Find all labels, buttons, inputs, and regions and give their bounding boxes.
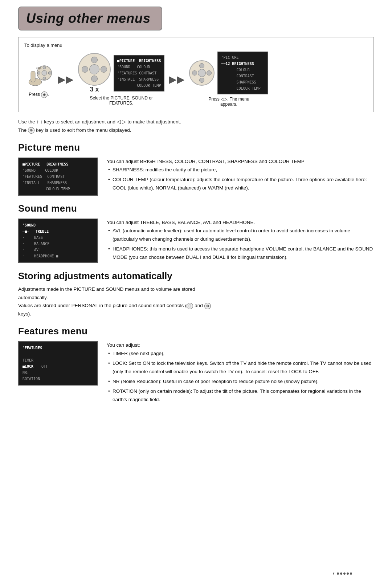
btn-down [91,76,98,82]
storing-line1: Adjustments made in the PICTURE and SOUN… [18,285,221,302]
display-menu-box: To display a menu PR [18,37,374,112]
sound-bullet-2: HEADPHONES: this menu is used to access … [107,245,374,262]
storing-section: Storing adjustments automatically Adjust… [18,270,374,319]
remote-circle-step3 [189,60,215,86]
features-menu-bullets: TIMER (see next page), LOCK: Set to ON t… [107,350,374,404]
svg-point-6 [37,72,40,74]
arrow-2: ▶▶ [169,73,185,85]
step-2: 3 x ■PICTURE BRIGHTNESS 'SOUND COLOUR 'F… [78,53,164,106]
sound-menu-section: 'SOUND —■—TREBLE ·BASS ·BALANCE ·AVL ·HE… [18,219,374,263]
btn-down-3 [199,78,204,83]
storing-title: Storing adjustments automatically [18,270,374,282]
sound-menu-screen: 'SOUND —■—TREBLE ·BASS ·BALANCE ·AVL ·HE… [18,219,98,263]
dot-4 [347,572,349,575]
picture-menu-intro: You can adjust BRIGHTNESS, COLOUR, CONTR… [107,158,374,166]
dot-2 [340,572,342,575]
step1-caption: Press ⊕. [29,91,49,98]
press-button-symbol: ⊕ [41,91,48,98]
sound-menu-screen-col: 'SOUND —■—TREBLE ·BASS ·BALANCE ·AVL ·HE… [18,219,98,263]
features-menu-desc: You can adjust: TIMER (see next page), L… [107,341,374,404]
exit-key-symbol: ⊕ [28,127,34,134]
page-dots [337,572,352,575]
sound-menu-title: Sound menu [18,203,374,214]
picture-menu-section: ■PICTUREBRIGHTNESS 'SOUNDCOLOUR 'FEATURE… [18,158,374,196]
features-menu-screen: 'FEATURES TIMER ■LOCKOFF NR: ROTATION [18,341,98,386]
btn-left [82,66,88,73]
svg-point-7 [48,72,51,74]
btn-right [101,66,107,73]
smart-ctrl-1: ⊡ [187,303,193,309]
sound-bullet-1: AVL (automatic volume leveller): used fo… [107,227,374,244]
features-bullet-3: NR (Noise Reduction): Useful in case of … [107,378,374,386]
arrow-1: ▶▶ [58,73,74,85]
features-menu-title: Features menu [18,326,374,337]
sound-menu-bullets: AVL (automatic volume leveller): used fo… [107,227,374,262]
page-number-area: 7 [332,571,352,576]
btn-center-3 [198,69,206,77]
svg-rect-1 [31,71,35,82]
picture-menu-screen: ■PICTUREBRIGHTNESS 'SOUNDCOLOUR 'FEATURE… [18,158,98,196]
features-menu-desc-col: You can adjust: TIMER (see next page), L… [107,341,374,405]
sound-menu-desc: You can adjust TREBLE, BASS, BALANCE, AV… [107,219,374,262]
title-banner: Using other menus [18,7,162,30]
smart-ctrl-2: ⊕ [204,303,211,309]
btn-right-3 [207,70,212,76]
btn-left-3 [192,70,197,76]
features-menu-intro: You can adjust: [107,341,374,350]
remote-circle-step2 [78,53,111,86]
btn-center [89,64,99,74]
menu-screen-step2: ■PICTURE BRIGHTNESS 'SOUND COLOUR 'FEATU… [114,55,164,91]
hand-remote-icon: PRES [24,60,53,89]
three-x-label: 3 x [90,86,99,93]
instruction-text: Use the ↑ ↓ keys to select an adjustment… [18,118,374,135]
picture-menu-desc: You can adjust BRIGHTNESS, COLOUR, CONTR… [107,158,374,192]
picture-menu-title: Picture menu [18,142,374,153]
svg-point-4 [43,66,46,69]
page-title: Using other menus [26,11,151,26]
menu-steps: PRES Press ⊕. ▶▶ [24,52,368,107]
step3-caption: Press ◁▷. The menu appears. [200,97,258,107]
storing-text: Adjustments made in the PICTURE and SOUN… [18,285,221,319]
dot-5 [350,572,352,575]
features-menu-section: 'FEATURES TIMER ■LOCKOFF NR: ROTATION Yo… [18,341,374,405]
features-bullet-1: TIMER (see next page), [107,350,374,358]
instruction-line1: Use the ↑ ↓ keys to select an adjustment… [18,118,374,126]
sound-menu-desc-col: You can adjust TREBLE, BASS, BALANCE, AV… [107,219,374,263]
picture-menu-desc-col: You can adjust BRIGHTNESS, COLOUR, CONTR… [107,158,374,194]
instruction-line2: The ⊕ key is used to exit from the menu … [18,126,374,135]
picture-bullet-1: SHARPNESS: modifies the clarity of the p… [107,166,374,174]
dot-1 [337,572,339,575]
btn-up-3 [199,63,204,68]
features-bullet-4: ROTATION (only on certain models): To ad… [107,387,374,404]
svg-point-5 [43,77,46,80]
page-number-text: 7 [332,571,335,576]
step-3: 'PICTURE ——12 BRIGHTNESS COLOUR CONTRAST… [189,52,268,107]
picture-menu-screen-col: ■PICTUREBRIGHTNESS 'SOUNDCOLOUR 'FEATURE… [18,158,98,196]
picture-menu-bullets: SHARPNESS: modifies the clarity of the p… [107,166,374,192]
svg-point-3 [42,70,47,76]
picture-bullet-2: COLOUR TEMP (colour temperature): adjust… [107,176,374,192]
step2-caption: Select the PICTURE, SOUND or FEATURES. [85,95,158,106]
svg-text:PRES: PRES [36,67,41,69]
features-menu-screen-col: 'FEATURES TIMER ■LOCKOFF NR: ROTATION [18,341,98,386]
menu-screen-step3: 'PICTURE ——12 BRIGHTNESS COLOUR CONTRAST… [217,52,268,94]
storing-line2: Values are stored under PERSONAL in the … [18,302,221,318]
sound-menu-intro: You can adjust TREBLE, BASS, BALANCE, AV… [107,219,374,227]
btn-up [91,57,98,63]
step-1: PRES Press ⊕. [24,60,53,98]
display-menu-label: To display a menu [24,42,368,48]
features-bullet-2: LOCK: Set to ON to lock the television k… [107,359,374,376]
dot-3 [343,572,346,575]
